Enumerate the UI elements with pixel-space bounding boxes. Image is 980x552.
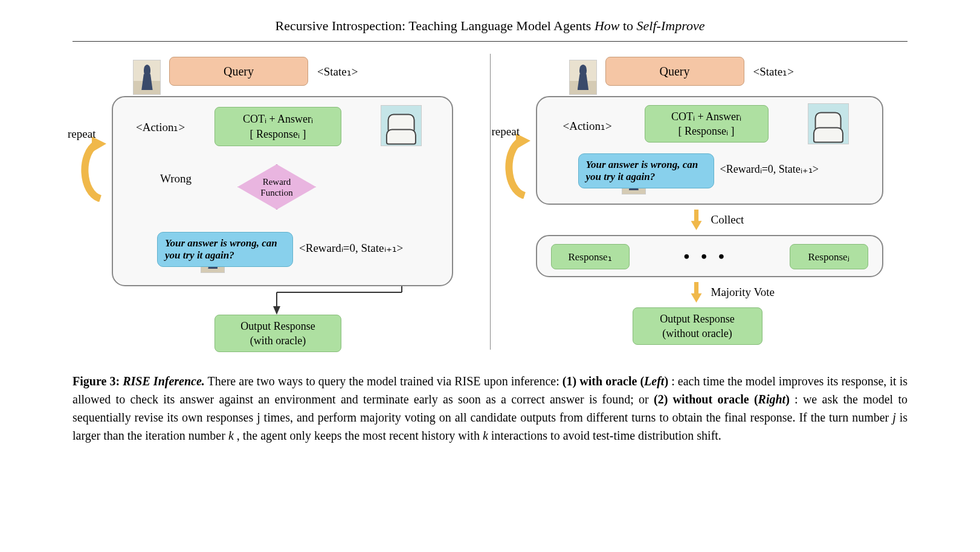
state1-label-r: <State₁>	[753, 65, 794, 79]
figure-diagram: repeat Query <State₁> <Action₁> COTᵢ + A…	[73, 54, 907, 359]
action-label-r: <Action₁>	[563, 119, 612, 133]
caption-b2b: )	[785, 393, 790, 406]
caption-math-k2: k	[483, 429, 488, 442]
output-line1-r: Output Response	[660, 312, 735, 326]
left-panel: repeat Query <State₁> <Action₁> COTᵢ + A…	[73, 54, 484, 359]
reward-state-label: <Rewardᵢ=0, Stateᵢ₊₁>	[299, 241, 403, 255]
cot-line1-r: COTᵢ + Answerᵢ	[671, 109, 741, 124]
figure-caption: Figure 3: RISE Inference. There are two …	[73, 372, 907, 444]
caption-i1: Left	[644, 374, 664, 388]
repeat-arrow-icon	[76, 135, 110, 202]
robot-icon	[381, 105, 422, 146]
response-j-box: Responseⱼ	[790, 244, 868, 269]
output-line1: Output Response	[240, 319, 315, 333]
query-box-r: Query	[605, 57, 744, 86]
cot-box-r: COTᵢ + Answerᵢ [ Responseᵢ ]	[645, 105, 769, 143]
cot-box: COTᵢ + Answerᵢ [ Responseᵢ ]	[214, 107, 341, 146]
collect-arrow-icon	[691, 210, 702, 230]
title-italic-2: Self-Improve	[637, 18, 705, 33]
repeat-label: repeat	[68, 127, 95, 141]
repeat-label-r: repeat	[492, 125, 520, 138]
figure-number: Figure 3:	[73, 374, 120, 388]
reward-function-label: Reward Function	[260, 176, 292, 198]
output-line2: (with oracle)	[250, 333, 306, 348]
output-box-oracle: Output Response (with oracle)	[214, 315, 341, 352]
title-mid: to	[619, 18, 636, 33]
feedback-text: Your answer is wrong, can you try it aga…	[165, 237, 285, 262]
divider	[490, 54, 491, 350]
caption-i2: Right	[758, 393, 786, 406]
caption-body-5: , the agent only keeps the most recent h…	[237, 429, 483, 442]
output-line2-r: (without oracle)	[662, 326, 732, 341]
human-icon	[133, 60, 161, 95]
human-icon-r	[569, 60, 597, 95]
wrong-label: Wrong	[160, 172, 192, 185]
action-label: <Action₁>	[136, 120, 185, 134]
caption-b2: (2) without oracle (	[654, 393, 758, 406]
output-box-no-oracle: Output Response (without oracle)	[633, 307, 762, 345]
cot-line2: [ Responseᵢ ]	[250, 127, 306, 141]
title-prefix: Recursive Introspection: Teaching Langua…	[276, 18, 595, 33]
collect-label: Collect	[711, 213, 744, 226]
right-panel: repeat Query <State₁> <Action₁> COTᵢ + A…	[497, 54, 908, 359]
cot-line2-r: [ Responseᵢ ]	[679, 124, 735, 138]
caption-body-6: interactions to avoid test-time distribu…	[491, 429, 721, 442]
query-label: Query	[224, 65, 254, 79]
title-italic-1: How	[595, 18, 620, 33]
feedback-box-r: Your answer is wrong, can you try it aga…	[578, 153, 714, 188]
response-1-label: Response₁	[568, 251, 611, 263]
dots-label: • • •	[684, 247, 728, 266]
figure-subtitle: RISE Inference.	[123, 374, 205, 388]
caption-b1b: )	[664, 374, 668, 388]
caption-body-1: There are two ways to query the model tr…	[208, 374, 563, 388]
reward-state-label-r: <Rewardᵢ=0, Stateᵢ₊₁>	[720, 162, 819, 176]
feedback-box: Your answer is wrong, can you try it aga…	[157, 232, 293, 267]
state1-label: <State₁>	[317, 65, 358, 79]
majority-label: Majority Vote	[711, 286, 775, 299]
query-box: Query	[169, 57, 308, 86]
response-j-label: Responseⱼ	[808, 251, 849, 263]
paper-title: Recursive Introspection: Teaching Langua…	[73, 18, 907, 42]
feedback-text-r: Your answer is wrong, can you try it aga…	[586, 159, 706, 183]
response-1-box: Response₁	[551, 244, 630, 269]
repeat-arrow-icon-r	[500, 132, 534, 199]
caption-b1: (1) with oracle (	[563, 374, 644, 388]
caption-math-k: k	[228, 429, 234, 442]
caption-math-j: j	[892, 411, 896, 424]
majority-arrow-icon	[691, 282, 702, 303]
robot-icon-r	[808, 103, 849, 144]
query-label-r: Query	[660, 65, 690, 79]
cot-line1: COTᵢ + Answerᵢ	[243, 112, 313, 126]
